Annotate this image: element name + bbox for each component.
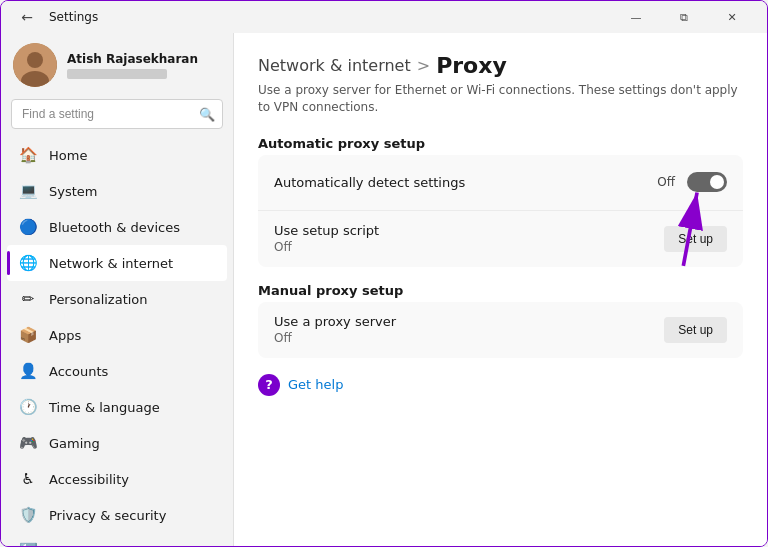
update-icon: 🔄 — [19, 542, 37, 546]
back-button[interactable]: ← — [13, 3, 41, 31]
sidebar-item-system[interactable]: 💻 System — [7, 173, 227, 209]
sidebar-item-update[interactable]: 🔄 Windows Update — [7, 533, 227, 546]
sidebar-item-gaming[interactable]: 🎮 Gaming — [7, 425, 227, 461]
help-icon: ? — [258, 374, 280, 396]
nav-list: 🏠 Home 💻 System 🔵 Bluetooth & devices 🌐 … — [1, 137, 233, 546]
toggle-auto-detect[interactable] — [687, 172, 727, 192]
sidebar-item-accounts[interactable]: 👤 Accounts — [7, 353, 227, 389]
time-icon: 🕐 — [19, 398, 37, 416]
setting-value-proxy-server: Off — [274, 331, 664, 345]
setting-label-auto-detect: Automatically detect settings — [274, 175, 657, 190]
user-info: Atish Rajasekharan — [67, 52, 198, 79]
sidebar-label-personalization: Personalization — [49, 292, 148, 307]
search-input[interactable] — [11, 99, 223, 129]
help-link-label: Get help — [288, 377, 343, 392]
settings-card-manual: Use a proxy server Off Set up — [258, 302, 743, 358]
page-title: Proxy — [436, 53, 507, 78]
sidebar-label-accessibility: Accessibility — [49, 472, 129, 487]
page-description: Use a proxy server for Ethernet or Wi-Fi… — [258, 82, 738, 116]
user-name: Atish Rajasekharan — [67, 52, 198, 66]
apps-icon: 📦 — [19, 326, 37, 344]
avatar — [13, 43, 57, 87]
sidebar-item-time[interactable]: 🕐 Time & language — [7, 389, 227, 425]
titlebar: ← Settings — ⧉ ✕ — [1, 1, 767, 33]
sidebar-label-time: Time & language — [49, 400, 160, 415]
setting-controls: Set up — [664, 226, 727, 252]
sidebar-item-apps[interactable]: 📦 Apps — [7, 317, 227, 353]
accounts-icon: 👤 — [19, 362, 37, 380]
setting-row-setup-script: Use setup script Off Set up — [258, 211, 743, 267]
sidebar-item-bluetooth[interactable]: 🔵 Bluetooth & devices — [7, 209, 227, 245]
setting-info-proxy-server: Use a proxy server Off — [274, 314, 664, 345]
close-button[interactable]: ✕ — [709, 1, 755, 33]
setup-btn-setup-script[interactable]: Set up — [664, 226, 727, 252]
setting-info-setup-script: Use setup script Off — [274, 223, 664, 254]
sidebar-label-home: Home — [49, 148, 87, 163]
accessibility-icon: ♿ — [19, 470, 37, 488]
setting-label-proxy-server: Use a proxy server — [274, 314, 664, 329]
setup-btn-proxy-server[interactable]: Set up — [664, 317, 727, 343]
window-controls: — ⧉ ✕ — [613, 1, 755, 33]
help-link[interactable]: ? Get help — [258, 374, 743, 396]
sidebar-item-home[interactable]: 🏠 Home — [7, 137, 227, 173]
sidebar-item-accessibility[interactable]: ♿ Accessibility — [7, 461, 227, 497]
setting-controls: Set up — [664, 317, 727, 343]
sidebar-item-network[interactable]: 🌐 Network & internet — [7, 245, 227, 281]
sidebar-label-network: Network & internet — [49, 256, 173, 271]
gaming-icon: 🎮 — [19, 434, 37, 452]
personalization-icon: ✏️ — [19, 290, 37, 308]
setting-value-setup-script: Off — [274, 240, 664, 254]
sidebar-label-accounts: Accounts — [49, 364, 108, 379]
search-icon: 🔍 — [199, 107, 215, 122]
user-email-blurred — [67, 69, 167, 79]
minimize-button[interactable]: — — [613, 1, 659, 33]
sidebar-label-privacy: Privacy & security — [49, 508, 166, 523]
sidebar-label-update: Windows Update — [49, 544, 158, 547]
settings-window: ← Settings — ⧉ ✕ — [0, 0, 768, 547]
settings-card-auto: Automatically detect settings Off Use se… — [258, 155, 743, 267]
sidebar-label-gaming: Gaming — [49, 436, 100, 451]
breadcrumb-separator: > — [417, 56, 430, 75]
section-title-auto: Automatic proxy setup — [258, 136, 743, 151]
setting-label-setup-script: Use setup script — [274, 223, 664, 238]
main-content: Network & internet > Proxy Use a proxy s… — [233, 33, 767, 546]
user-profile[interactable]: Atish Rajasekharan — [1, 33, 233, 99]
system-icon: 💻 — [19, 182, 37, 200]
bluetooth-icon: 🔵 — [19, 218, 37, 236]
section-title-manual: Manual proxy setup — [258, 283, 743, 298]
setting-row-auto-detect: Automatically detect settings Off — [258, 155, 743, 211]
home-icon: 🏠 — [19, 146, 37, 164]
sections-container: Automatic proxy setup Automatically dete… — [258, 136, 743, 358]
privacy-icon: 🛡️ — [19, 506, 37, 524]
content-area: Atish Rajasekharan 🔍 🏠 Home 💻 System 🔵 B… — [1, 33, 767, 546]
sidebar-label-system: System — [49, 184, 97, 199]
breadcrumb: Network & internet > Proxy — [258, 53, 743, 78]
setting-row-proxy-server: Use a proxy server Off Set up — [258, 302, 743, 358]
window-title: Settings — [49, 10, 613, 24]
breadcrumb-parent: Network & internet — [258, 56, 411, 75]
sidebar-item-personalization[interactable]: ✏️ Personalization — [7, 281, 227, 317]
setting-info-auto-detect: Automatically detect settings — [274, 175, 657, 190]
network-icon: 🌐 — [19, 254, 37, 272]
sidebar-label-apps: Apps — [49, 328, 81, 343]
search-box: 🔍 — [11, 99, 223, 129]
setting-controls: Off — [657, 172, 727, 192]
restore-button[interactable]: ⧉ — [661, 1, 707, 33]
toggle-label-auto-detect: Off — [657, 175, 675, 189]
sidebar-label-bluetooth: Bluetooth & devices — [49, 220, 180, 235]
sidebar-item-privacy[interactable]: 🛡️ Privacy & security — [7, 497, 227, 533]
svg-point-1 — [27, 52, 43, 68]
sidebar: Atish Rajasekharan 🔍 🏠 Home 💻 System 🔵 B… — [1, 33, 233, 546]
